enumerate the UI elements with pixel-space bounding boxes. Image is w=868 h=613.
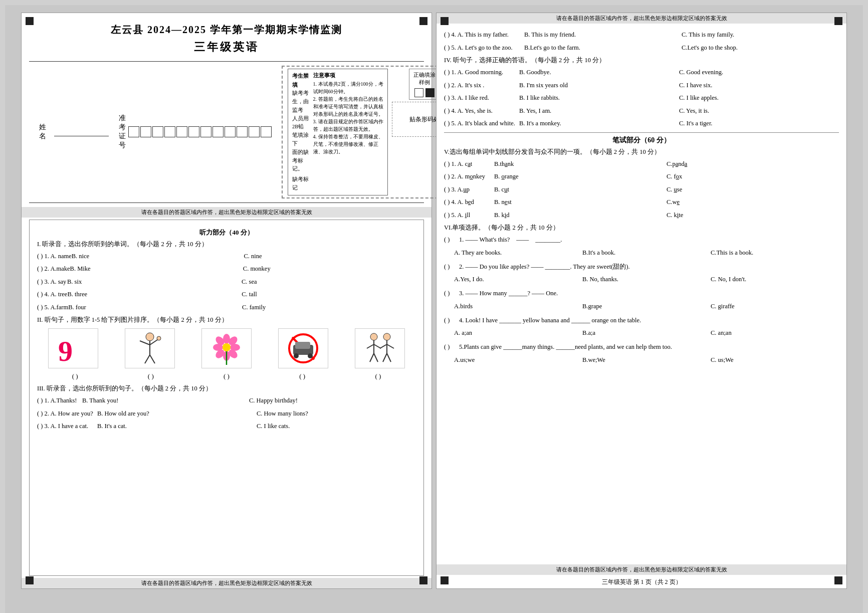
opt-c: C. No, I don't.	[711, 274, 839, 286]
qVI-5: ( ) 5.Plants can give ______many things.…	[444, 341, 839, 366]
opt-b: B.we;We	[582, 354, 711, 366]
empty-circle	[414, 88, 423, 97]
corner-mark-bl	[26, 576, 34, 584]
qVI-2-stem-row: ( ) 2. —— Do you like apples? —— _______…	[444, 261, 839, 273]
opt-a: A. They are books.	[454, 247, 582, 259]
corner-mark-tl-r	[441, 17, 449, 25]
svg-line-34	[387, 344, 394, 348]
no-car-svg	[283, 331, 323, 366]
q-num: ( ) 4. A. tree	[37, 289, 67, 300]
id-box	[152, 126, 163, 137]
exam-subtitle: 三年级英语	[32, 40, 421, 55]
q-paren: ( )	[444, 261, 459, 273]
q-opt-c: C. I have six.	[679, 80, 839, 91]
q-opt-b: B. orange	[494, 171, 667, 182]
girl-svg	[130, 331, 170, 366]
written-title: 笔试部分（60 分）	[444, 132, 839, 145]
sample-subtitle: 样例	[413, 79, 436, 86]
listening-title: 听力部分（40 分）	[37, 228, 416, 237]
img-box-2	[125, 328, 175, 368]
q3-4: ( ) 4. A. This is my father. B. This is …	[444, 29, 839, 41]
q4-5: ( ) 5. A. It's black and white. B. It's …	[444, 118, 839, 129]
qVI-2-opts: A.Yes, I do. B. No, thanks. C. No, I don…	[444, 274, 839, 286]
opt-b: B.grape	[582, 301, 711, 313]
qVI-1-stem-row: ( ) 1. —— What's this? —— ________.	[444, 234, 839, 246]
qVI-3: ( ) 3. —— How many ______? —— One. A.bir…	[444, 288, 839, 313]
id-box	[188, 126, 199, 137]
q-opt-b: B. four	[68, 302, 242, 313]
blank-1: ( )	[72, 372, 78, 380]
id-box	[164, 126, 175, 137]
qV-1: ( ) 1. A. cat B.thank C.panda	[444, 158, 839, 170]
qV-4: ( ) 4. A. bed B. nest C.we	[444, 196, 839, 208]
svg-line-36	[387, 353, 391, 362]
q-opt-c: C. I like cats.	[257, 421, 416, 432]
id-boxes	[128, 126, 272, 137]
q3-3: ( ) 3. A. I have a cat. B. It's a cat. C…	[37, 421, 416, 432]
left-content-area: 听力部分（40 分） I. 听录音，选出你所听到的单词。（每小题 2 分，共 1…	[29, 220, 424, 576]
q-opt-c: C. It's a tiger.	[679, 118, 839, 129]
image-row: 9	[37, 328, 416, 368]
q4-3: ( ) 3. A. I like red. B. I like rabbits.…	[444, 92, 839, 104]
q-opt-c: C. monkey	[243, 263, 416, 275]
blank-3: ( )	[224, 372, 230, 380]
part1-title: I. 听录音，选出你所听到的单词。（每小题 2 分，共 10 分）	[37, 240, 416, 249]
q-num: ( ) 5. A. It's black and white.	[444, 118, 519, 129]
qVI-1: ( ) 1. —— What's this? —— ________. A. T…	[444, 234, 839, 259]
svg-point-7	[157, 336, 161, 340]
opt-b: B.a;a	[582, 327, 711, 339]
id-box	[237, 126, 248, 137]
q-stem: 2. —— Do you like apples? —— ________. T…	[459, 261, 630, 273]
q-num: ( ) 3. A. I like red.	[444, 92, 519, 104]
svg-line-35	[383, 353, 387, 362]
svg-line-3	[140, 341, 150, 345]
svg-line-30	[374, 353, 378, 362]
q-num: ( ) 3. A. I have a cat.	[37, 421, 97, 432]
svg-point-25	[370, 333, 377, 340]
q-opt-b: B. I'm six years old	[519, 80, 679, 91]
q1-3: ( ) 3. A. say B. six C. sea	[37, 276, 416, 288]
notice-box: 考生禁填 缺考考生，由监考人员用2B铅笔填涂下面的缺考标记。 缺考标记 注意事项…	[288, 69, 388, 195]
svg-point-23	[294, 353, 299, 358]
id-label: 准考证号	[119, 114, 126, 150]
id-box	[176, 126, 187, 137]
name-label: 姓名	[39, 123, 52, 141]
q-opt-c: C. nine	[244, 251, 416, 262]
notice-title: 注意事项	[313, 72, 383, 80]
sample-box: 正确填涂 样例	[409, 69, 440, 100]
svg-line-27	[367, 344, 374, 348]
q-opt-c: C. Yes, it is.	[679, 105, 839, 117]
id-box	[140, 126, 151, 137]
q-num: ( ) 2. A. How are you?	[37, 408, 97, 420]
q-paren: ( )	[444, 315, 459, 327]
opt-b: B. No, thanks.	[582, 274, 711, 286]
q-opt-c: C. I like apples.	[679, 92, 839, 104]
q-opt-c: C. How many lions?	[257, 408, 416, 420]
q-opt-c: C.Let's go to the shop.	[682, 42, 839, 54]
svg-point-24	[308, 353, 313, 358]
answer-blanks: ( ) ( ) ( ) ( ) ( )	[37, 372, 416, 380]
right-sheet: 请在各题目的答题区域内作答，超出黑色矩形边框限定区域的答案无效 ( ) 4. A…	[436, 13, 847, 589]
q-opt-b: B. I like rabbits.	[519, 92, 679, 104]
qVI-4: ( ) 4. Look! I have _______ yellow banan…	[444, 315, 839, 340]
qVI-3-opts: A.birds B.grape C. giraffe	[444, 301, 839, 313]
svg-point-31	[383, 333, 390, 340]
q-opt-b: B. nice	[72, 251, 244, 262]
notice-item-3: 3. 请在题目规定的作答区域内作答，超出题区域答题无效。	[313, 118, 383, 133]
corner-mark-tl	[26, 17, 34, 25]
q-stem: 1. —— What's this? —— ________.	[459, 234, 562, 246]
id-box	[212, 126, 224, 137]
q-opt-c: C. This is my family.	[682, 29, 839, 41]
name-input-line	[54, 127, 109, 136]
q4-2: ( ) 2. A. It's six . B. I'm six years ol…	[444, 80, 839, 91]
q-num: ( ) 2. A. monkey	[444, 171, 494, 182]
q-num: ( ) 3. A.up	[444, 184, 494, 195]
q-opt-b: B. nest	[494, 196, 667, 208]
q-opt-c: C. use	[667, 184, 839, 195]
notice-items: 注意事项 1. 本试卷共2页，满分100分，考试时间60分钟。 2. 答题前，考…	[313, 72, 383, 192]
corner-mark-tr	[419, 17, 427, 25]
qVI-5-stem-row: ( ) 5.Plants can give ______many things.…	[444, 341, 839, 353]
q-opt-b: B. Yes, I am.	[519, 105, 679, 117]
q4-4: ( ) 4. A. Yes, she is. B. Yes, I am. C. …	[444, 105, 839, 117]
qV-2: ( ) 2. A. monkey B. orange C. fox	[444, 171, 839, 182]
